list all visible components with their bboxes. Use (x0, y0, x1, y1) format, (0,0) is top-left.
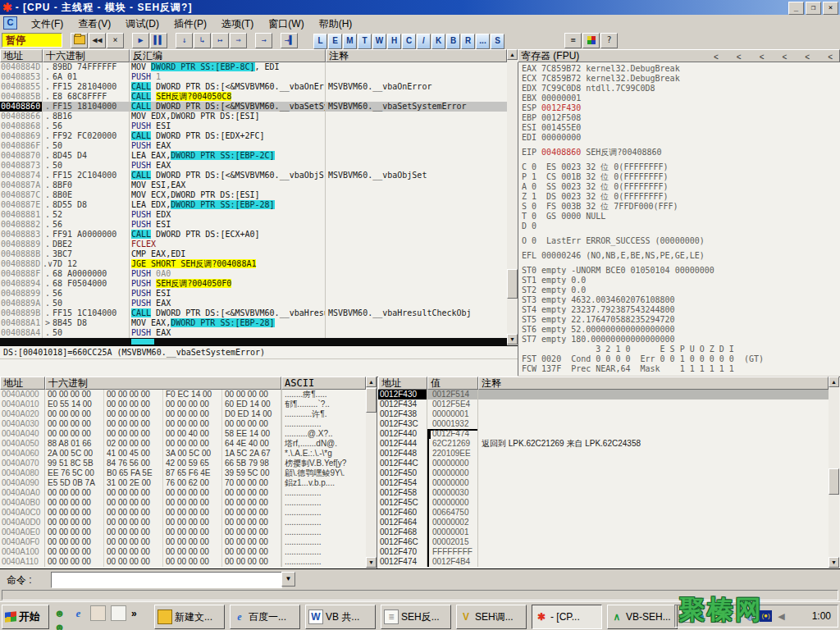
dump-address-cell[interactable]: 0040A070 (0, 459, 45, 468)
stack-address-cell[interactable]: 0012F464 (378, 518, 427, 527)
stack-address-cell[interactable]: 0012F434 (378, 399, 427, 409)
stack-address-cell[interactable]: 0012F450 (378, 468, 427, 478)
dump-hex-group[interactable]: 88 A8 01 66 (45, 439, 104, 449)
dump-ascii-cell[interactable]: ............许¶. (281, 409, 366, 419)
disasm-hex-cell[interactable]: 68 A0000000 (52, 269, 130, 279)
dump-row[interactable]: 0040A090E5 5D 0B 7A31 00 2E 0076 00 62 0… (0, 478, 366, 488)
disasm-comment-cell[interactable] (326, 180, 507, 190)
disasm-address-cell[interactable]: 00408899 (0, 289, 43, 299)
speaker-icon[interactable]: ◀ (775, 610, 788, 622)
stack-value-cell[interactable]: 0012F514 (427, 390, 478, 399)
disasm-scrollbar[interactable]: ▲ ▼ (507, 49, 518, 345)
taskbar-button[interactable]: WVB 共... (305, 605, 376, 629)
disasm-address-cell[interactable]: 0040888B (0, 249, 43, 259)
stack-comment-cell[interactable] (478, 419, 829, 429)
scroll-down-icon[interactable]: ▼ (829, 557, 839, 568)
disasm-instruction-cell[interactable]: CALL DWORD PTR DS:[<&MSVBVM60.__vbaOnErr (130, 82, 326, 92)
window-button-/[interactable]: / (417, 34, 431, 49)
stack-comment-cell[interactable] (478, 547, 829, 557)
dump-row[interactable]: 0040A00000 00 00 0000 00 00 00F0 EC 14 0… (0, 390, 366, 399)
dump-hex-group[interactable]: 99 51 8C 5B (45, 459, 104, 468)
dump-hex-group[interactable]: 00 00 00 00 (163, 518, 222, 527)
disasm-comment-cell[interactable] (326, 121, 507, 131)
disasm-hex-cell[interactable]: 8D55 D8 (52, 200, 130, 210)
stack-row[interactable]: 0012F46800000001 (378, 527, 829, 537)
dump-address-cell[interactable]: 0040A000 (0, 390, 45, 399)
disasm-address-cell[interactable]: 00408874 (0, 171, 43, 180)
register-line[interactable]: 3 2 1 0 E S P U O Z D I (522, 345, 837, 354)
disasm-address-cell[interactable]: 0040886F (0, 141, 43, 151)
disasm-row[interactable]: 00408870.8D45 D4LEA EAX,DWORD PTR SS:[EB… (0, 151, 507, 161)
disasm-comment-cell[interactable] (326, 161, 507, 171)
dump-ascii-cell[interactable]: ................ (281, 557, 366, 567)
stack-value-cell[interactable]: 0012F5E4 (427, 399, 478, 409)
dump-row[interactable]: 0040A0F000 00 00 0000 00 00 0000 00 00 0… (0, 537, 366, 547)
disasm-address-cell[interactable]: 0040884D (0, 62, 43, 72)
messenger-icon[interactable]: ☻☻ (52, 606, 66, 620)
disasm-address-cell[interactable]: 00408866 (0, 112, 43, 121)
dump-ascii-cell[interactable]: ..........@.X?.. (281, 429, 366, 439)
disasm-instruction-cell[interactable]: CALL SEH反调?004050C8 (130, 92, 326, 102)
dump-ascii-cell[interactable]: 鋁z1...v.b.p.... (281, 478, 366, 488)
dump-address-cell[interactable]: 0040A0B0 (0, 498, 45, 508)
stack-address-cell[interactable]: 0012F430 (378, 390, 427, 399)
trace-over-icon[interactable]: ⇒ (230, 33, 247, 48)
disasm-row[interactable]: 00408868.56PUSH ESI (0, 121, 507, 131)
disasm-address-cell[interactable]: 00408869 (0, 131, 43, 141)
disasm-instruction-cell[interactable]: MOV EAX,DWORD PTR SS:[EBP-28] (130, 318, 326, 328)
dump-address-cell[interactable]: 0040A030 (0, 419, 45, 429)
disasm-address-cell[interactable]: 004088A4 (0, 328, 43, 338)
dump-hex-group[interactable]: 66 5B 79 98 (222, 459, 281, 468)
dump-address-cell[interactable]: 0040A0D0 (0, 518, 45, 527)
window-button-...[interactable]: ... (476, 34, 490, 49)
register-line[interactable]: ECX 7C859B72 kernel32.DebugBreak (522, 74, 837, 84)
disasm-row[interactable]: 0040889A.50PUSH EAX (0, 299, 507, 308)
disasm-hex-cell[interactable]: 89BD 74FFFFFF (52, 62, 130, 72)
stack-value-cell[interactable]: 00000002 (427, 518, 478, 527)
disasm-row[interactable]: 00408866.8B16MOV EDX,DWORD PTR DS:[ESI] (0, 112, 507, 121)
taskbar-clock[interactable]: 1:00 (812, 610, 831, 622)
stack-value-cell[interactable]: 220109EE (427, 449, 478, 459)
disasm-row[interactable]: 00408889.DBE2FCLEX (0, 240, 507, 249)
disasm-row[interactable]: 00408894.68 F0504000PUSH SEH反调?004050F0 (0, 279, 507, 289)
pause-icon[interactable]: ▌▌ (150, 33, 167, 48)
stack-comment-cell[interactable] (478, 449, 829, 459)
disasm-instruction-cell[interactable]: MOV ECX,DWORD PTR DS:[ESI] (130, 190, 326, 200)
disasm-instruction-cell[interactable]: PUSH EAX (130, 161, 326, 171)
dump-ascii-cell[interactable]: 塔rf,.......dN@. (281, 439, 366, 449)
disasm-hex-cell[interactable]: 68 F0504000 (52, 279, 130, 289)
window-button-s[interactable]: S (491, 34, 504, 49)
dump-header-hex[interactable]: 十六进制 (45, 377, 281, 390)
dump-address-cell[interactable]: 0040A040 (0, 429, 45, 439)
register-line[interactable]: EDX 7C99C0D8 ntdll.7C99C0D8 (522, 84, 837, 94)
disasm-comment-cell[interactable] (326, 72, 507, 82)
dump-row[interactable]: 0040A0A000 00 00 0000 00 00 0000 00 00 0… (0, 488, 366, 498)
chevron-down-icon[interactable]: ▼ (281, 572, 295, 587)
dump-hex-group[interactable]: 00 00 00 00 (104, 429, 163, 439)
stack-row[interactable]: 0012F43800000001 (378, 409, 829, 419)
register-line[interactable]: ST5 empty 22.176470588235294720 (522, 315, 837, 325)
stack-row[interactable]: 0012F4340012F5E4 (378, 399, 829, 409)
disasm-address-cell[interactable]: 0040885B (0, 92, 43, 102)
disasm-instruction-cell[interactable]: PUSH ESI (130, 220, 326, 230)
disasm-hex-cell[interactable]: DBE2 (52, 240, 130, 249)
dump-row[interactable]: 0040A02000 00 00 0000 00 00 0000 00 00 0… (0, 409, 366, 419)
stack-address-cell[interactable]: 0012F46C (378, 537, 427, 547)
dump-hex-group[interactable]: D0 ED 14 00 (222, 409, 281, 419)
disasm-hex-cell[interactable]: 8B45 D8 (52, 318, 130, 328)
disasm-row[interactable]: 0040884D.89BD 74FFFFFFMOV DWORD PTR SS:[… (0, 62, 507, 72)
register-line[interactable]: S 0 FS 003B 32 位 7FFDF000(FFF) (522, 202, 837, 212)
stack-value-cell[interactable]: 00000000 (427, 459, 478, 468)
stack-value-cell[interactable]: 00000000 (427, 478, 478, 488)
dump-address-cell[interactable]: 0040A0A0 (0, 488, 45, 498)
dump-hex-group[interactable]: 00 00 00 00 (45, 390, 104, 399)
dump-address-cell[interactable]: 0040A020 (0, 409, 45, 419)
disasm-comment-cell[interactable]: MSVBVM60.__vbaSetSystemError (326, 102, 507, 112)
dump-ascii-cell[interactable]: ................ (281, 419, 366, 429)
stack-row[interactable]: 0012F45400000000 (378, 478, 829, 488)
stack-comment-cell[interactable] (478, 390, 829, 399)
start-button[interactable]: 开始 (2, 605, 49, 629)
dump-hex-group[interactable]: 2A 00 5C 00 (45, 449, 104, 459)
dump-ascii-cell[interactable]: ................ (281, 508, 366, 518)
taskbar-button[interactable]: ∧VB-SEH... (607, 605, 678, 629)
